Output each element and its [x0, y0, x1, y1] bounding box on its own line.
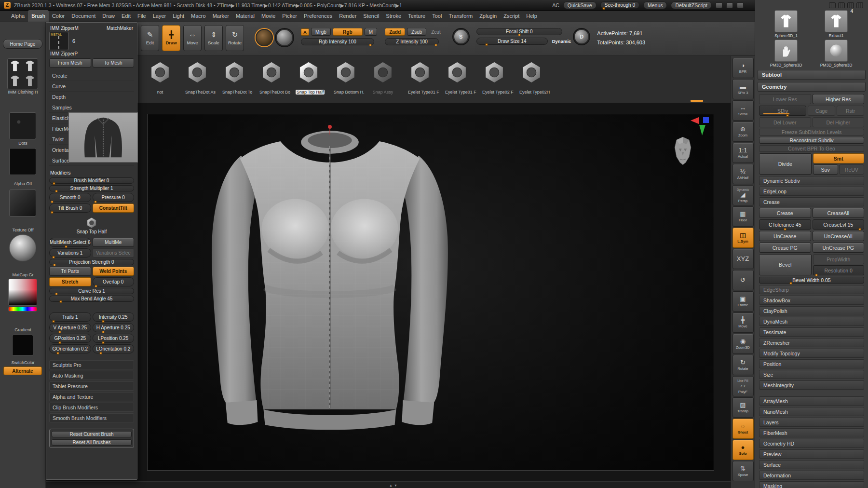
edgeloop-section[interactable]: EdgeLoop	[759, 187, 864, 196]
tool-palette-section[interactable]: Surface	[759, 460, 864, 469]
weld-points-button[interactable]: Weld Points	[93, 267, 135, 276]
subtool-palette-header[interactable]: Subtool	[758, 70, 866, 80]
lower-res-button[interactable]: Lower Res	[759, 94, 811, 104]
zsub-button[interactable]: Zsub	[407, 28, 426, 36]
rightshelf-button[interactable]: ▣ Frame	[732, 291, 754, 312]
resolution-slider[interactable]: Resolution 0	[813, 265, 865, 275]
dynamic-mode-button[interactable]: D	[574, 29, 589, 44]
draw-size-slider[interactable]: Draw Size 14	[476, 38, 548, 45]
m-button[interactable]: M	[365, 28, 377, 36]
brush-modifier-slider[interactable]: Brush Modifier 0	[49, 177, 134, 184]
brush-thumbnail[interactable]: Eyelet Type01 F	[407, 60, 433, 95]
scroll-arrows-icon[interactable]: ▲▼	[389, 484, 399, 487]
crease-pg-button[interactable]: Crease PG	[759, 243, 811, 253]
tilt-brush-slider[interactable]: Tilt Brush 0	[49, 203, 91, 213]
menus-button[interactable]: Menus	[643, 1, 667, 9]
multimesh-more-button[interactable]: MultiMe	[93, 238, 135, 247]
lorientation-slider[interactable]: LOrientation 0.2	[93, 344, 135, 353]
tool-palette-section[interactable]: Preview	[759, 449, 864, 459]
tool-palette-section[interactable]: Masking	[759, 481, 864, 488]
menu-item[interactable]: Stroke	[382, 10, 405, 22]
crease-button[interactable]: Crease	[759, 208, 811, 218]
cage-button[interactable]: Cage	[808, 106, 835, 116]
rightshelf-button[interactable]: ◉ Zoom3D	[732, 334, 754, 354]
switch-color-swatch[interactable]	[12, 335, 33, 356]
edit-button[interactable]: ✎ Edit	[141, 25, 159, 51]
rightshelf-button[interactable]: ⇅ Xpose	[732, 461, 754, 481]
gposition-slider[interactable]: GPosition 0.25	[49, 334, 91, 343]
brush-menu-category[interactable]: Curve	[49, 81, 134, 92]
variations-select-button[interactable]: Variations Selec	[93, 248, 135, 258]
geometry-subsection[interactable]: Tessimate	[759, 327, 864, 337]
menu-item[interactable]: Movie	[258, 10, 279, 22]
canvas-area[interactable]: ▲▼	[46, 103, 731, 488]
brush-menu-category[interactable]: Depth	[49, 92, 134, 102]
rightshelf-button[interactable]: Dynamic ◢ Persp	[732, 185, 754, 205]
doc-layout-icon[interactable]	[847, 2, 854, 8]
zcut-button[interactable]: Zcut	[431, 29, 440, 35]
rightshelf-button[interactable]: ◫ L.Sym	[732, 228, 754, 248]
geometry-subsection[interactable]: ZRemesher	[759, 338, 864, 347]
brush-thumbnail[interactable]: Eyelet Type02 F	[481, 60, 507, 95]
brush-item-matchmaker[interactable]: MatchMaker	[107, 26, 133, 31]
rightshelf-button[interactable]: XYZ	[732, 249, 754, 269]
brush-subsection[interactable]: Smooth Brush Modifiers	[49, 413, 134, 422]
del-lower-button[interactable]: Del Lower	[759, 117, 811, 127]
brush-subsection[interactable]: Clip Brush Modifiers	[49, 403, 134, 412]
tool-slot[interactable]: 4 Extract1	[811, 10, 861, 38]
smt-button[interactable]: Smt	[813, 153, 865, 163]
menu-item[interactable]: Alpha	[8, 10, 28, 22]
tool-palette-section[interactable]: Deformation	[759, 471, 864, 480]
reconstruct-subdiv-button[interactable]: Reconstruct Subdiv	[759, 137, 864, 144]
curve-res-slider[interactable]: Curve Res 1	[49, 288, 134, 294]
brush-thumbnail[interactable]: Snap Top Half	[296, 60, 322, 95]
from-mesh-button[interactable]: From Mesh	[49, 58, 91, 68]
brush-thumbnail[interactable]: SnapTheDot To	[221, 60, 247, 95]
tool-palette-section[interactable]: Layers	[759, 418, 864, 427]
rightshelf-button[interactable]: ↔ Scroll	[732, 100, 754, 121]
reset-all-brushes-button[interactable]: Reset All Brushes	[52, 439, 132, 446]
menu-item[interactable]: Marker	[209, 10, 232, 22]
rgb-intensity-slider[interactable]: Rgb Intensity 100	[301, 38, 374, 45]
rightshelf-button[interactable]: ⊕ Zoom	[732, 122, 754, 142]
brush-item-imm-zipperp[interactable]: IMM ZipperP	[49, 50, 134, 57]
menu-item[interactable]: Zscript	[500, 10, 523, 22]
multimesh-current-selection[interactable]: Snap Top Half	[49, 214, 134, 236]
menu-item[interactable]: Render	[336, 10, 360, 22]
sculptris-pro-button[interactable]: S	[453, 29, 469, 44]
h-aperture-slider[interactable]: H Aperture 0.25	[93, 323, 135, 332]
tool-slot[interactable]: Sphere3D_1	[761, 10, 811, 38]
scale-button[interactable]: ⇕ Scale	[204, 25, 223, 51]
convert-bpr-button[interactable]: Convert BPR To Geo	[759, 145, 864, 152]
tool-palette-section[interactable]: ArrayMesh	[759, 396, 864, 406]
smooth-slider[interactable]: Smooth 0	[49, 193, 91, 202]
brush-menu-category[interactable]: Create	[49, 70, 134, 81]
default-zscript-button[interactable]: DefaultZScript	[671, 1, 712, 9]
menu-item[interactable]: Zplugin	[476, 10, 500, 22]
del-higher-button[interactable]: Del Higher	[813, 117, 865, 127]
bevel-width-slider[interactable]: Bevel Width 0.05	[759, 277, 864, 284]
suv-button[interactable]: Suv	[813, 164, 838, 175]
geometry-subsection[interactable]: MeshIntegrity	[759, 380, 864, 390]
strength-multiplier-slider[interactable]: Strength Multiplier 1	[49, 185, 134, 191]
rightshelf-button[interactable]: ↺	[732, 270, 754, 290]
quicksave-button[interactable]: QuickSave	[563, 1, 597, 9]
v-aperture-slider[interactable]: V Aperture 0.25	[49, 323, 91, 332]
menu-item[interactable]: Document	[68, 10, 99, 22]
imm-zipper-thumbnail[interactable]: METAL	[49, 32, 68, 50]
menu-item[interactable]: Preferences	[300, 10, 336, 22]
brush-subsection[interactable]: Auto Masking	[49, 371, 134, 380]
geometry-subsection[interactable]: Position	[759, 359, 864, 368]
pressure-slider[interactable]: Pressure 0	[93, 193, 135, 202]
menu-item[interactable]: Light	[169, 10, 188, 22]
menu-item[interactable]: Picker	[279, 10, 300, 22]
rightshelf-button[interactable]: ½ AAHalf	[732, 164, 754, 184]
menu-item[interactable]: Material	[232, 10, 258, 22]
menu-item[interactable]: Layer	[149, 10, 170, 22]
doc-layout-icon[interactable]	[829, 2, 836, 8]
crease-section-header[interactable]: Crease	[759, 197, 864, 206]
mrgb-button[interactable]: Mrgb	[311, 28, 331, 36]
color-picker-gradient[interactable]	[8, 279, 37, 306]
to-mesh-button[interactable]: To Mesh	[93, 58, 135, 68]
menu-item[interactable]: File	[134, 10, 149, 22]
